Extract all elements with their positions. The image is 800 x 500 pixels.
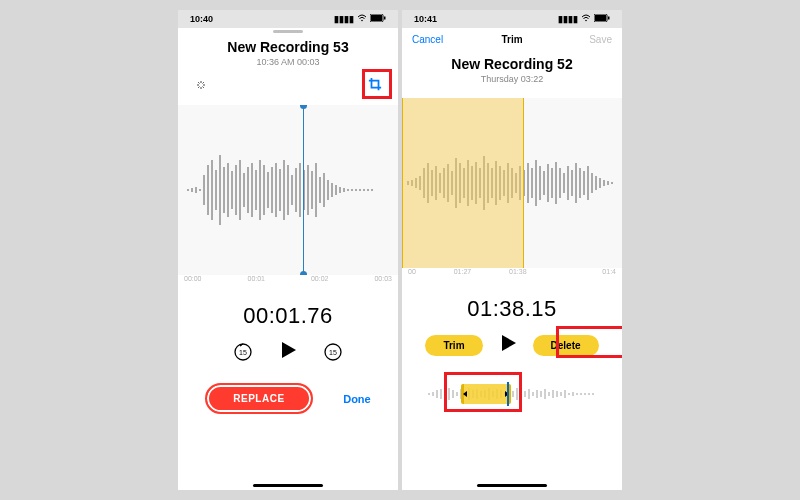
- status-bar: 10:40 ▮▮▮▮: [178, 10, 398, 28]
- crop-icon[interactable]: [368, 77, 382, 95]
- svg-line-10: [203, 82, 204, 83]
- svg-point-0: [361, 20, 363, 22]
- playhead[interactable]: [303, 105, 304, 275]
- bottom-actions: REPLACE Done: [178, 383, 398, 414]
- ruler-tick: 00:01: [247, 275, 265, 289]
- home-indicator[interactable]: [477, 484, 547, 487]
- play-button[interactable]: [497, 332, 519, 358]
- ruler-tick: 01:4: [602, 268, 616, 282]
- status-icons: ▮▮▮▮: [558, 14, 610, 24]
- home-indicator[interactable]: [253, 484, 323, 487]
- nav-bar: Cancel Trim Save: [402, 28, 622, 50]
- elapsed-time: 01:38.15: [402, 296, 622, 322]
- overview-track[interactable]: [402, 378, 622, 410]
- svg-rect-2: [371, 15, 382, 21]
- play-button[interactable]: [277, 339, 299, 365]
- wifi-icon: [581, 14, 591, 24]
- wifi-icon: [357, 14, 367, 24]
- elapsed-time: 00:01.76: [178, 303, 398, 329]
- signal-icon: ▮▮▮▮: [334, 14, 354, 24]
- recording-title[interactable]: New Recording 52: [402, 56, 622, 72]
- tool-row: [178, 71, 398, 101]
- time-ruler: 00:00 00:01 00:02 00:03: [178, 275, 398, 289]
- waveform-area[interactable]: [402, 98, 622, 268]
- ruler-tick: 00:00: [184, 275, 202, 289]
- overview-selection[interactable]: [461, 384, 511, 404]
- overview-waveform: [427, 384, 597, 404]
- enhance-icon[interactable]: [194, 78, 208, 95]
- ruler-tick: 00: [408, 268, 416, 282]
- svg-point-63: [585, 20, 587, 22]
- svg-rect-66: [608, 17, 610, 20]
- svg-rect-3: [384, 17, 386, 20]
- svg-rect-65: [595, 15, 606, 21]
- svg-line-11: [198, 86, 199, 87]
- svg-text:15: 15: [239, 349, 247, 356]
- phone-edit-recording: 10:40 ▮▮▮▮ New Recording 53 10:36 AM 00:…: [178, 10, 398, 490]
- recording-title[interactable]: New Recording 53: [178, 39, 398, 55]
- battery-icon: [594, 14, 610, 24]
- trim-selection[interactable]: [402, 98, 524, 268]
- status-bar: 10:41 ▮▮▮▮: [402, 10, 622, 28]
- replace-button[interactable]: REPLACE: [205, 383, 312, 414]
- ruler-tick: 01:27: [454, 268, 472, 282]
- nav-title: Trim: [402, 34, 622, 45]
- trim-button[interactable]: Trim: [425, 335, 482, 356]
- sheet-handle[interactable]: [273, 30, 303, 33]
- done-button[interactable]: Done: [343, 393, 371, 405]
- delete-button[interactable]: Delete: [533, 335, 599, 356]
- recording-subtitle: Thursday 03:22: [402, 74, 622, 84]
- ruler-tick: 01:38: [509, 268, 527, 282]
- recording-subtitle: 10:36 AM 00:03: [178, 57, 398, 67]
- playback-controls: 15 15: [178, 339, 398, 365]
- skip-back-button[interactable]: 15: [233, 342, 253, 362]
- waveform: [178, 105, 398, 275]
- status-icons: ▮▮▮▮: [334, 14, 386, 24]
- svg-text:15: 15: [329, 349, 337, 356]
- phone-trim-recording: 10:41 ▮▮▮▮ Cancel Trim Save New Recordin…: [402, 10, 622, 490]
- signal-icon: ▮▮▮▮: [558, 14, 578, 24]
- ruler-tick: 00:02: [311, 275, 329, 289]
- svg-line-9: [203, 86, 204, 87]
- ruler-tick: 00:03: [374, 275, 392, 289]
- trim-controls: Trim Delete: [402, 332, 622, 358]
- skip-forward-button[interactable]: 15: [323, 342, 343, 362]
- svg-line-8: [198, 82, 199, 83]
- overview-playhead[interactable]: [507, 382, 509, 406]
- time-ruler: 00 01:27 01:38 01:4: [402, 268, 622, 282]
- waveform-area[interactable]: [178, 105, 398, 275]
- battery-icon: [370, 14, 386, 24]
- status-time: 10:41: [414, 14, 437, 24]
- status-time: 10:40: [190, 14, 213, 24]
